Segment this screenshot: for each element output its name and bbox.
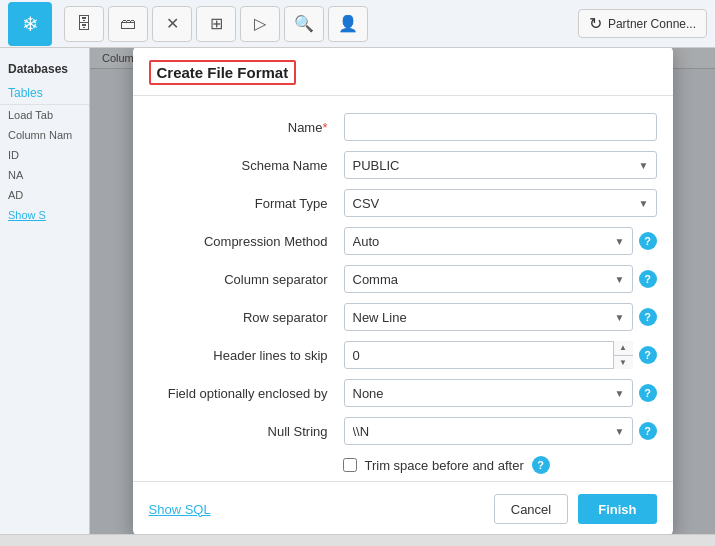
app-background: ❄ 🗄 🗃 ✕ ⊞ ▷ 🔍 👤 ↻ Partner Conne... Datab… xyxy=(0,0,715,546)
format-type-label: Format Type xyxy=(149,196,344,211)
footer-actions: Cancel Finish xyxy=(494,494,657,524)
header-skip-input[interactable] xyxy=(344,341,633,369)
column-sep-row: Column separator Comma ▼ ? xyxy=(133,260,673,298)
sidebar-databases: Databases xyxy=(0,56,89,82)
schema-name-control: PUBLIC ▼ xyxy=(344,151,657,179)
sidebar-show[interactable]: Show S xyxy=(0,205,89,225)
row-sep-row: Row separator New Line ▼ ? xyxy=(133,298,673,336)
schema-name-select-wrap: PUBLIC ▼ xyxy=(344,151,657,179)
toolbar: ❄ 🗄 🗃 ✕ ⊞ ▷ 🔍 👤 ↻ Partner Conne... xyxy=(0,0,715,48)
null-string-help-icon[interactable]: ? xyxy=(639,422,657,440)
sidebar-col-na: NA xyxy=(0,165,89,185)
compression-select-wrap: Auto ▼ xyxy=(344,227,633,255)
row-sep-label: Row separator xyxy=(149,310,344,325)
name-label: Name* xyxy=(149,120,344,135)
dialog-footer: Show SQL Cancel Finish xyxy=(133,481,673,534)
null-string-label: Null String xyxy=(149,424,344,439)
schema-name-label: Schema Name xyxy=(149,158,344,173)
toolbar-btn-arrow[interactable]: ▷ xyxy=(240,6,280,42)
name-control xyxy=(344,113,657,141)
format-type-control: CSV ▼ xyxy=(344,189,657,217)
create-file-format-dialog: Create File Format Name* xyxy=(133,48,673,534)
field-enclosed-help-icon[interactable]: ? xyxy=(639,384,657,402)
compression-label: Compression Method xyxy=(149,234,344,249)
toolbar-btn-grid[interactable]: ⊞ xyxy=(196,6,236,42)
header-skip-label: Header lines to skip xyxy=(149,348,344,363)
show-sql-button[interactable]: Show SQL xyxy=(149,502,211,517)
column-sep-control: Comma ▼ ? xyxy=(344,265,657,293)
format-type-row: Format Type CSV ▼ xyxy=(133,184,673,222)
row-sep-select-wrap: New Line ▼ xyxy=(344,303,633,331)
app-content: Databases Tables Load Tab Column Nam ID … xyxy=(0,48,715,534)
column-sep-help-icon[interactable]: ? xyxy=(639,270,657,288)
trim-label: Trim space before and after xyxy=(365,458,524,473)
partner-connect-button[interactable]: ↻ Partner Conne... xyxy=(578,9,707,38)
format-type-select-wrap: CSV ▼ xyxy=(344,189,657,217)
bottom-scrollbar[interactable] xyxy=(0,534,715,546)
column-sep-select[interactable]: Comma xyxy=(344,265,633,293)
trim-help-icon[interactable]: ? xyxy=(532,456,550,474)
compression-row: Compression Method Auto ▼ ? xyxy=(133,222,673,260)
snowflake-logo: ❄ xyxy=(8,2,52,46)
schema-name-select[interactable]: PUBLIC xyxy=(344,151,657,179)
dialog-title: Create File Format xyxy=(149,60,297,85)
toolbar-btn-search[interactable]: 🔍 xyxy=(284,6,324,42)
toolbar-btn-user[interactable]: 👤 xyxy=(328,6,368,42)
main-area: Column Nam ult Create File Format xyxy=(90,48,715,534)
compression-control: Auto ▼ ? xyxy=(344,227,657,255)
column-sep-label: Column separator xyxy=(149,272,344,287)
field-enclosed-control: None ▼ ? xyxy=(344,379,657,407)
cancel-button[interactable]: Cancel xyxy=(494,494,568,524)
field-enclosed-row: Field optionally enclosed by None ▼ ? xyxy=(133,374,673,412)
compression-help-icon[interactable]: ? xyxy=(639,232,657,250)
dialog-body[interactable]: Name* Schema Name xyxy=(133,96,673,481)
row-sep-control: New Line ▼ ? xyxy=(344,303,657,331)
toolbar-btn-table[interactable]: 🗃 xyxy=(108,6,148,42)
header-skip-spinner-buttons: ▲ ▼ xyxy=(613,341,633,369)
name-row: Name* xyxy=(133,108,673,146)
modal-overlay: Create File Format Name* xyxy=(90,48,715,534)
format-type-select[interactable]: CSV xyxy=(344,189,657,217)
toolbar-btn-query[interactable]: ✕ xyxy=(152,6,192,42)
row-sep-select[interactable]: New Line xyxy=(344,303,633,331)
sidebar-load[interactable]: Load Tab xyxy=(0,105,89,125)
trim-row: Trim space before and after ? xyxy=(133,450,673,480)
field-enclosed-label: Field optionally enclosed by xyxy=(149,386,344,401)
compression-select[interactable]: Auto xyxy=(344,227,633,255)
sidebar-col-ad: AD xyxy=(0,185,89,205)
trim-checkbox[interactable] xyxy=(343,458,357,472)
header-skip-help-icon[interactable]: ? xyxy=(639,346,657,364)
name-input[interactable] xyxy=(344,113,657,141)
sidebar-tab-tables[interactable]: Tables xyxy=(0,82,89,105)
header-skip-spinner-wrap: ▲ ▼ xyxy=(344,341,633,369)
sidebar: Databases Tables Load Tab Column Nam ID … xyxy=(0,48,90,534)
finish-button[interactable]: Finish xyxy=(578,494,656,524)
row-sep-help-icon[interactable]: ? xyxy=(639,308,657,326)
toolbar-btn-db[interactable]: 🗄 xyxy=(64,6,104,42)
null-string-select-wrap: \\N ▼ xyxy=(344,417,633,445)
sidebar-col-id: ID xyxy=(0,145,89,165)
header-skip-decrement-button[interactable]: ▼ xyxy=(614,356,633,370)
null-string-row: Null String \\N ▼ ? xyxy=(133,412,673,450)
field-enclosed-select[interactable]: None xyxy=(344,379,633,407)
sidebar-column-header: Column Nam xyxy=(0,125,89,145)
schema-name-row: Schema Name PUBLIC ▼ xyxy=(133,146,673,184)
header-skip-increment-button[interactable]: ▲ xyxy=(614,341,633,356)
dialog-header: Create File Format xyxy=(133,48,673,96)
header-skip-control: ▲ ▼ ? xyxy=(344,341,657,369)
column-sep-select-wrap: Comma ▼ xyxy=(344,265,633,293)
field-enclosed-select-wrap: None ▼ xyxy=(344,379,633,407)
null-string-select[interactable]: \\N xyxy=(344,417,633,445)
null-string-control: \\N ▼ ? xyxy=(344,417,657,445)
header-skip-row: Header lines to skip ▲ ▼ ? xyxy=(133,336,673,374)
